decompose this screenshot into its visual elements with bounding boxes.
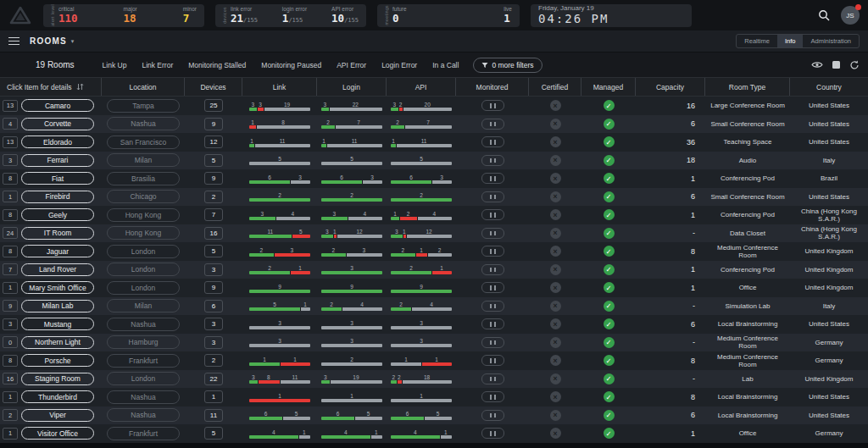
certified-cell: × [529, 242, 581, 261]
room-name-button[interactable]: Viper [21, 409, 94, 422]
room-name-button[interactable]: Corvette [21, 118, 94, 130]
sort-icon[interactable] [76, 83, 84, 91]
column-header-capacity[interactable]: Capacity [636, 78, 705, 96]
app-logo[interactable] [8, 6, 32, 25]
monitored-toggle[interactable] [481, 318, 504, 329]
filter-chip-monitoring-stalled[interactable]: Monitoring Stalled [181, 61, 253, 69]
room-name-button[interactable]: Staging Room [21, 373, 94, 385]
link-status-bar: 11 [249, 356, 310, 366]
tab-administration[interactable]: Administration [803, 35, 859, 47]
bar-segment-count: 2 [249, 264, 290, 271]
room-name-button[interactable]: Camaro [21, 99, 94, 112]
monitored-toggle[interactable] [481, 373, 504, 384]
room-name-button[interactable]: Jaguar [21, 245, 94, 257]
filter-chip-link-error[interactable]: Link Error [134, 61, 181, 69]
table-row: 8PorscheFrankfurt211211×✓8Medium Confere… [0, 351, 868, 370]
tab-realtime[interactable]: Realtime [737, 35, 777, 47]
more-filters-button[interactable]: 0 more filters [473, 58, 542, 73]
pause-bar-icon [494, 304, 496, 309]
room-cell: 1Visitor Office [0, 424, 102, 443]
filter-chip-api-error[interactable]: API Error [329, 61, 374, 69]
column-header-certified[interactable]: Certified [529, 78, 581, 96]
refresh-button[interactable] [849, 60, 860, 70]
hamburger-menu-button[interactable] [8, 37, 19, 46]
monitored-toggle[interactable] [481, 301, 504, 312]
monitored-toggle[interactable] [481, 136, 504, 147]
device-error-stats: link error 21/155 login error 1/155 API … [231, 6, 359, 25]
column-header-location[interactable]: Location [102, 78, 185, 96]
search-button[interactable] [818, 9, 830, 21]
chevron-down-icon: ▾ [71, 38, 75, 45]
nav-bar: ROOMS ▾ Realtime Info Administration [0, 30, 868, 53]
room-type-value: Audio [705, 152, 790, 170]
column-header-room-type[interactable]: Room Type [705, 78, 790, 96]
column-header-devices[interactable]: Devices [185, 78, 242, 96]
monitored-toggle[interactable] [481, 173, 504, 184]
room-name-button[interactable]: Fiat [21, 172, 94, 185]
grid-view-button[interactable] [832, 61, 840, 69]
room-name-button[interactable]: IT Room [21, 227, 94, 240]
monitored-toggle[interactable] [481, 337, 504, 348]
bar-segment-count: 6 [391, 174, 431, 180]
login-cell: 41 [317, 424, 387, 443]
room-name-button[interactable]: Northern Light [21, 336, 94, 349]
room-cell: 3Ferrari [0, 152, 102, 170]
column-header-login[interactable]: Login [317, 78, 387, 96]
monitored-toggle[interactable] [481, 191, 504, 202]
bar-segment-count: 1 [391, 356, 421, 362]
filter-chip-login-error[interactable]: Login Error [374, 61, 425, 69]
bar-segment-count: 7 [404, 119, 452, 125]
room-cell: 4Corvette [0, 115, 102, 134]
filter-chip-in-a-call[interactable]: In a Call [425, 61, 466, 69]
bar-segment-count: 11 [249, 228, 292, 235]
monitored-toggle[interactable] [481, 119, 504, 130]
table-row: 4CorvetteNashua9182727×✓6Small Conferenc… [0, 115, 868, 134]
room-name-button[interactable]: Eldorado [21, 136, 94, 148]
room-name-button[interactable]: Visitor Office [21, 427, 94, 440]
tab-info[interactable]: Info [777, 35, 804, 47]
column-header-country[interactable]: Country [790, 78, 868, 96]
filter-chip-link-up[interactable]: Link Up [95, 61, 135, 69]
monitored-toggle[interactable] [481, 155, 504, 166]
monitored-toggle[interactable] [481, 264, 504, 275]
column-header-link[interactable]: Link [242, 78, 317, 96]
monitored-toggle[interactable] [481, 209, 504, 220]
monitored-toggle[interactable] [481, 246, 504, 257]
monitored-toggle[interactable] [481, 100, 504, 111]
bar-segment-count: 3 [321, 264, 382, 271]
monitored-toggle[interactable] [481, 355, 504, 366]
bar-segment-gray [321, 162, 382, 165]
meetings-panel: meetings future 0 live 1 [377, 4, 520, 27]
not-certified-icon: × [550, 246, 561, 257]
room-name-button[interactable]: Mustang [21, 318, 94, 330]
monitored-toggle[interactable] [481, 410, 504, 421]
rooms-menu-button[interactable]: ROOMS ▾ [30, 36, 74, 46]
room-type-value: Medium Conference Room [705, 351, 790, 370]
login-status-bar: 3112 [321, 228, 382, 238]
bar-segment-count: 3 [391, 319, 452, 326]
api-status-bar: 9 [391, 283, 452, 293]
room-name-button[interactable]: Porsche [21, 354, 94, 367]
monitored-toggle[interactable] [481, 428, 504, 439]
monitored-toggle[interactable] [481, 282, 504, 293]
room-name-button[interactable]: Land Rover [21, 263, 94, 276]
room-name-button[interactable]: Ferrari [21, 154, 94, 167]
pause-bar-icon [490, 195, 492, 200]
column-header-monitored[interactable]: Monitored [456, 78, 529, 96]
room-name-button[interactable]: Milan Lab [21, 300, 94, 312]
current-time: 04:26 PM [538, 12, 609, 26]
column-header-api[interactable]: API [387, 78, 456, 96]
column-header-managed[interactable]: Managed [581, 78, 636, 96]
room-name-button[interactable]: Mary Smith Office [21, 281, 94, 294]
visibility-button[interactable] [811, 61, 823, 69]
monitored-toggle[interactable] [481, 391, 504, 402]
user-avatar[interactable]: JS [841, 6, 860, 25]
room-name-button[interactable]: Firebird [21, 191, 94, 203]
pause-bar-icon [494, 176, 496, 181]
alert-count-badge: 1 [3, 282, 18, 294]
filter-chip-monitoring-paused[interactable]: Monitoring Paused [253, 61, 329, 69]
bar-segment-count: 20 [403, 101, 452, 108]
room-name-button[interactable]: Thunderbird [21, 390, 94, 403]
monitored-toggle[interactable] [481, 228, 504, 239]
room-name-button[interactable]: Geely [21, 208, 94, 221]
